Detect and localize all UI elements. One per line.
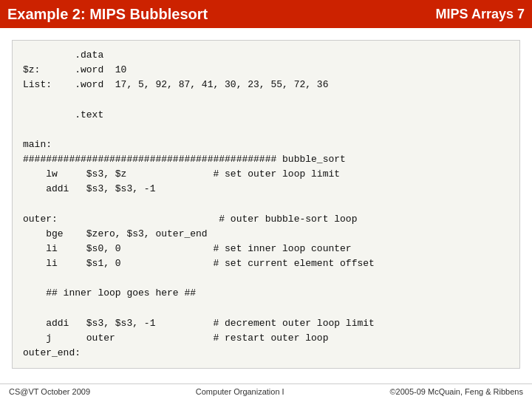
header: Example 2: MIPS Bubblesort MIPS Arrays 7 xyxy=(0,0,532,28)
main-content: .data $z: .word 10 List: .word 17, 5, 92… xyxy=(0,28,532,376)
footer-left: CS@VT October 2009 xyxy=(9,387,90,396)
header-title: Example 2: MIPS Bubblesort xyxy=(7,6,436,23)
code-block: .data $z: .word 10 List: .word 17, 5, 92… xyxy=(12,40,520,369)
footer-right: ©2005-09 McQuain, Feng & Ribbens xyxy=(389,387,523,396)
footer: CS@VT October 2009 Computer Organization… xyxy=(0,383,532,399)
header-subtitle: MIPS Arrays 7 xyxy=(436,7,525,22)
footer-center: Computer Organization I xyxy=(196,387,284,396)
